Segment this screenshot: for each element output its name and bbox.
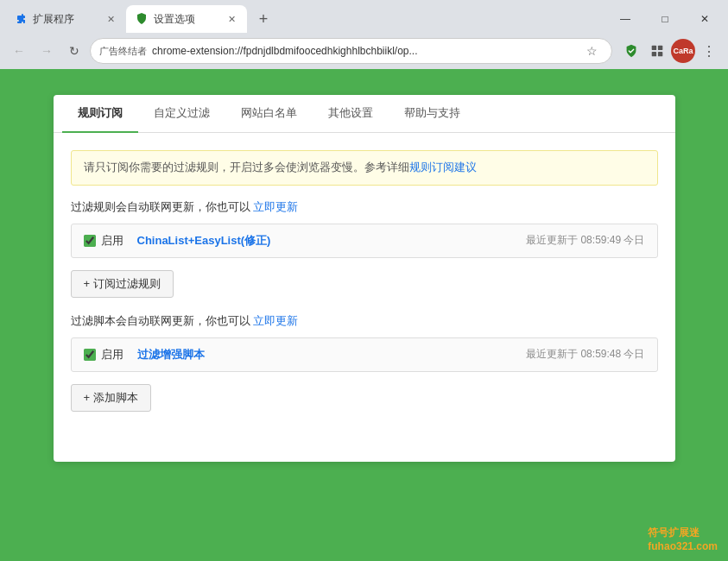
- browser-window: 扩展程序 ✕ 设置选项 ✕ + — □ ✕: [0, 0, 728, 561]
- rule-checkbox-0[interactable]: [84, 235, 96, 247]
- adblocker-icon[interactable]: [619, 39, 643, 63]
- add-rule-button[interactable]: + 订阅过滤规则: [71, 270, 174, 298]
- settings-tabs-nav: 规则订阅 自定义过滤 网站白名单 其他设置 帮助与支持: [54, 95, 675, 133]
- tab-settings[interactable]: 设置选项 ✕: [126, 5, 247, 33]
- svg-rect-1: [658, 46, 662, 50]
- settings-panel: 规则订阅 自定义过滤 网站白名单 其他设置 帮助与支持 请只订阅你需要的过滤规则…: [54, 95, 675, 462]
- script-checkbox-0[interactable]: [84, 349, 96, 361]
- shield-tab-icon: [135, 12, 149, 26]
- rule-item-0: 启用 ChinaList+EasyList(修正) 最近更新于 08:59:49…: [71, 224, 658, 258]
- tab-content: 请只订阅你需要的过滤规则，开启过多会使浏览器变慢。参考详细规则订阅建议 过滤规则…: [54, 133, 675, 444]
- extension-icons: CaRa ⋮: [619, 39, 721, 63]
- info-box: 请只订阅你需要的过滤规则，开启过多会使浏览器变慢。参考详细规则订阅建议: [71, 150, 658, 186]
- scripts-section-header: 过滤脚本会自动联网更新，你也可以 立即更新: [71, 313, 658, 329]
- tab-extensions[interactable]: 扩展程序 ✕: [5, 5, 126, 33]
- rule-name-0[interactable]: ChinaList+EasyList(修正): [137, 233, 271, 249]
- rule-checkbox-wrap: 启用: [84, 233, 123, 249]
- script-checkbox-wrap: 启用: [84, 347, 123, 362]
- new-tab-button[interactable]: +: [250, 6, 276, 32]
- svg-rect-0: [652, 46, 656, 50]
- tab-extensions-close[interactable]: ✕: [104, 12, 117, 26]
- rules-section-header: 过滤规则会自动联网更新，你也可以 立即更新: [71, 199, 658, 215]
- maximize-button[interactable]: □: [645, 5, 685, 33]
- scripts-update-link[interactable]: 立即更新: [253, 314, 298, 327]
- script-name-0[interactable]: 过滤增强脚本: [137, 347, 205, 362]
- window-controls: — □ ✕: [605, 5, 728, 33]
- tab-subscription[interactable]: 规则订阅: [62, 95, 138, 133]
- page-content: 规则订阅 自定义过滤 网站白名单 其他设置 帮助与支持 请只订阅你需要的过滤规则…: [0, 69, 728, 561]
- tab-custom-filter[interactable]: 自定义过滤: [138, 95, 225, 133]
- puzzle-icon: [14, 12, 28, 26]
- tab-help[interactable]: 帮助与支持: [389, 95, 476, 133]
- script-item-0: 启用 过滤增强脚本 最近更新于 08:59:48 今日: [71, 337, 658, 372]
- watermark-line1: 符号扩展迷: [648, 526, 718, 540]
- rule-enable-label-0: 启用: [101, 233, 123, 249]
- info-text: 请只订阅你需要的过滤规则，开启过多会使浏览器变慢。参考详细: [84, 161, 409, 173]
- add-script-button[interactable]: + 添加脚本: [71, 384, 151, 412]
- info-link[interactable]: 规则订阅建议: [409, 161, 477, 173]
- rules-update-link[interactable]: 立即更新: [253, 200, 298, 213]
- svg-rect-3: [658, 52, 662, 56]
- tab-settings-label: 设置选项: [154, 12, 221, 27]
- address-url: chrome-extension://fpdnjdlbdmifoocedhkig…: [152, 45, 580, 57]
- script-enable-label-0: 启用: [101, 347, 123, 362]
- security-label: 广告终结者: [99, 45, 147, 58]
- back-button[interactable]: ←: [7, 39, 31, 63]
- tab-whitelist[interactable]: 网站白名单: [225, 95, 313, 133]
- tab-settings-close[interactable]: ✕: [225, 12, 238, 26]
- watermark-line2: fuhao321.com: [648, 540, 718, 552]
- address-input-wrap[interactable]: 广告终结者 chrome-extension://fpdnjdlbdmifooc…: [90, 38, 612, 64]
- rule-update-0: 最近更新于 08:59:49 今日: [526, 233, 644, 248]
- browser-menu-button[interactable]: ⋮: [697, 39, 721, 63]
- tab-extensions-label: 扩展程序: [33, 12, 100, 27]
- watermark: 符号扩展迷 fuhao321.com: [648, 526, 718, 552]
- address-bar: ← → ↻ 广告终结者 chrome-extension://fpdnjdlbd…: [0, 33, 728, 69]
- svg-rect-2: [652, 52, 656, 56]
- forward-button[interactable]: →: [35, 39, 59, 63]
- rules-auto-update-text: 过滤规则会自动联网更新，你也可以: [71, 200, 250, 213]
- tab-bar: 扩展程序 ✕ 设置选项 ✕ + — □ ✕: [0, 0, 728, 33]
- scripts-auto-update-text: 过滤脚本会自动联网更新，你也可以: [71, 314, 250, 327]
- script-update-0: 最近更新于 08:59:48 今日: [526, 347, 644, 362]
- refresh-button[interactable]: ↻: [62, 39, 86, 63]
- minimize-button[interactable]: —: [605, 5, 645, 33]
- extensions-menu-icon[interactable]: [645, 39, 669, 63]
- bookmark-icon[interactable]: ☆: [580, 40, 603, 62]
- avatar-button[interactable]: CaRa: [671, 39, 695, 63]
- close-button[interactable]: ✕: [685, 5, 725, 33]
- tab-other-settings[interactable]: 其他设置: [313, 95, 389, 133]
